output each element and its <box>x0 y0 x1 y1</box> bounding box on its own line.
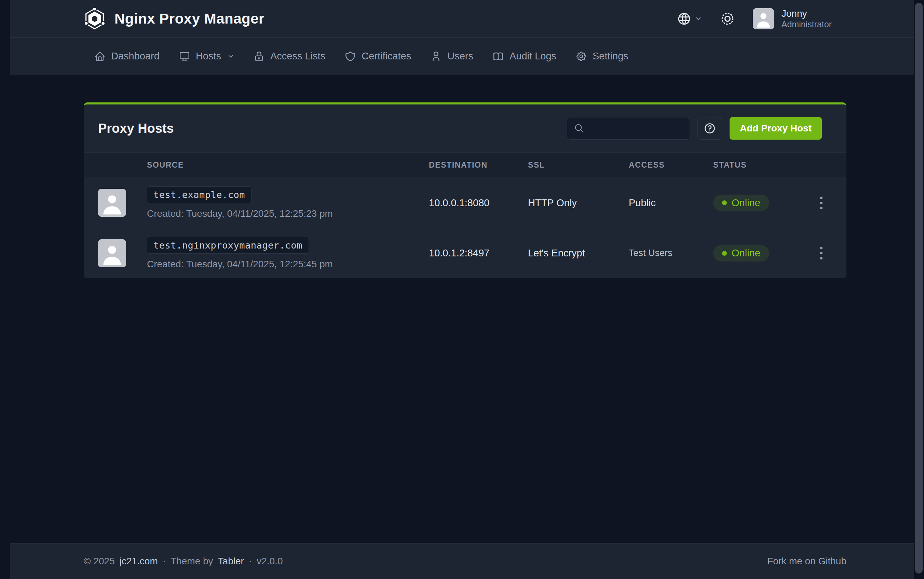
user-name: Jonny <box>781 8 832 20</box>
col-ssl: SSL <box>528 160 629 170</box>
footer-version: v2.0.0 <box>257 556 282 567</box>
nav-label: Users <box>447 51 473 62</box>
table-header-row: SOURCE DESTINATION SSL ACCESS STATUS <box>84 152 847 178</box>
brand-link[interactable]: Nginx Proxy Manager <box>84 8 264 30</box>
footer-credits: © 2025 jc21.com · Theme by Tabler · v2.0… <box>84 556 282 567</box>
top-bar-actions: Jonny Administrator <box>677 8 832 30</box>
nav-label: Hosts <box>196 51 221 62</box>
footer-site-link[interactable]: jc21.com <box>120 556 158 567</box>
search-input[interactable] <box>589 123 683 134</box>
language-menu-button[interactable] <box>677 11 702 26</box>
row-menu-button[interactable] <box>817 193 826 213</box>
chevron-down-icon <box>695 15 702 23</box>
actions-cell <box>796 193 847 213</box>
footer-separator: · <box>249 556 252 567</box>
top-bar: Nginx Proxy Manager <box>10 0 914 38</box>
destination-cell: 10.0.0.1:8080 <box>429 197 528 209</box>
card-header: Proxy Hosts Add Proxy Host <box>84 105 847 152</box>
user-info: Jonny Administrator <box>781 8 832 30</box>
user-role: Administrator <box>781 19 832 29</box>
online-dot-icon <box>722 251 727 256</box>
nav-access-lists[interactable]: Access Lists <box>253 51 325 62</box>
owner-avatar <box>98 239 126 267</box>
sun-icon <box>720 11 735 26</box>
search-icon <box>574 123 584 134</box>
theme-toggle-button[interactable] <box>720 11 735 26</box>
nav-label: Audit Logs <box>509 51 556 62</box>
shield-icon <box>345 51 356 62</box>
created-date: Created: Tuesday, 04/11/2025, 12:25:45 p… <box>147 259 333 270</box>
source-domain: test.nginxproxymanager.com <box>147 237 309 254</box>
row-avatar-cell <box>84 189 147 217</box>
add-proxy-host-button[interactable]: Add Proxy Host <box>730 117 822 140</box>
nav-label: Dashboard <box>111 51 159 62</box>
source-cell: test.nginxproxymanager.com Created: Tues… <box>147 237 429 270</box>
page-title: Proxy Hosts <box>98 121 174 136</box>
nginx-proxy-manager-logo-icon <box>84 8 106 30</box>
table-row[interactable]: test.nginxproxymanager.com Created: Tues… <box>84 228 847 278</box>
scrollbar-thumb[interactable] <box>915 3 922 574</box>
user-icon <box>430 51 442 62</box>
destination-cell: 10.0.1.2:8497 <box>429 247 528 259</box>
source-domain: test.example.com <box>147 186 251 203</box>
nav-dashboard[interactable]: Dashboard <box>94 51 159 62</box>
app-frame: Nginx Proxy Manager <box>10 0 914 579</box>
col-destination: DESTINATION <box>429 160 528 170</box>
nav-audit-logs[interactable]: Audit Logs <box>492 51 556 62</box>
lock-icon <box>253 51 265 62</box>
source-cell: test.example.com Created: Tuesday, 04/11… <box>147 186 429 219</box>
proxy-hosts-table: SOURCE DESTINATION SSL ACCESS STATUS <box>84 152 847 278</box>
ssl-cell: Let's Encrypt <box>528 247 629 259</box>
status-cell: Online <box>713 195 796 211</box>
status-badge: Online <box>713 195 769 211</box>
footer-copyright: © 2025 <box>84 556 115 567</box>
status-badge: Online <box>713 245 769 262</box>
app-title: Nginx Proxy Manager <box>115 11 264 27</box>
footer-theme-prefix: Theme by <box>171 556 213 567</box>
book-icon <box>492 51 504 62</box>
search-box <box>567 117 690 140</box>
ssl-cell: HTTP Only <box>528 197 629 209</box>
main-content: Proxy Hosts Add Proxy Host <box>10 75 914 543</box>
access-cell: Test Users <box>629 248 713 258</box>
row-menu-button[interactable] <box>817 244 826 263</box>
footer: © 2025 jc21.com · Theme by Tabler · v2.0… <box>10 543 914 579</box>
user-menu[interactable]: Jonny Administrator <box>753 8 832 30</box>
help-circle-icon <box>704 122 716 134</box>
col-access: ACCESS <box>629 160 713 170</box>
person-icon <box>753 8 774 29</box>
person-icon <box>98 239 126 267</box>
nav-label: Certificates <box>361 51 411 62</box>
main-nav: Dashboard Hosts Access Lists Certificate… <box>10 38 914 75</box>
nav-users[interactable]: Users <box>430 51 473 62</box>
help-button[interactable] <box>698 117 722 140</box>
globe-icon <box>677 11 691 26</box>
home-icon <box>94 51 106 62</box>
footer-theme-link[interactable]: Tabler <box>218 556 244 567</box>
nav-settings[interactable]: Settings <box>576 51 629 62</box>
table-row[interactable]: test.example.com Created: Tuesday, 04/11… <box>84 178 847 228</box>
col-status: STATUS <box>713 160 796 170</box>
user-avatar <box>753 8 774 29</box>
status-cell: Online <box>713 245 796 262</box>
nav-hosts[interactable]: Hosts <box>179 51 234 62</box>
nav-certificates[interactable]: Certificates <box>345 51 411 62</box>
gear-icon <box>576 51 587 62</box>
nav-label: Settings <box>592 51 629 62</box>
owner-avatar <box>98 189 126 217</box>
col-source: SOURCE <box>147 160 429 170</box>
created-date: Created: Tuesday, 04/11/2025, 12:25:23 p… <box>147 208 333 219</box>
proxy-hosts-card: Proxy Hosts Add Proxy Host <box>84 102 847 278</box>
nav-label: Access Lists <box>270 51 325 62</box>
monitor-icon <box>179 51 190 62</box>
online-dot-icon <box>722 200 727 205</box>
chevron-down-icon <box>227 53 234 60</box>
footer-separator: · <box>162 556 166 567</box>
status-label: Online <box>732 247 760 259</box>
status-label: Online <box>732 197 760 209</box>
scrollbar-track[interactable] <box>914 0 924 579</box>
access-cell: Public <box>629 197 713 209</box>
footer-github-link[interactable]: Fork me on Github <box>767 556 847 567</box>
row-avatar-cell <box>84 239 147 267</box>
person-icon <box>98 189 126 217</box>
